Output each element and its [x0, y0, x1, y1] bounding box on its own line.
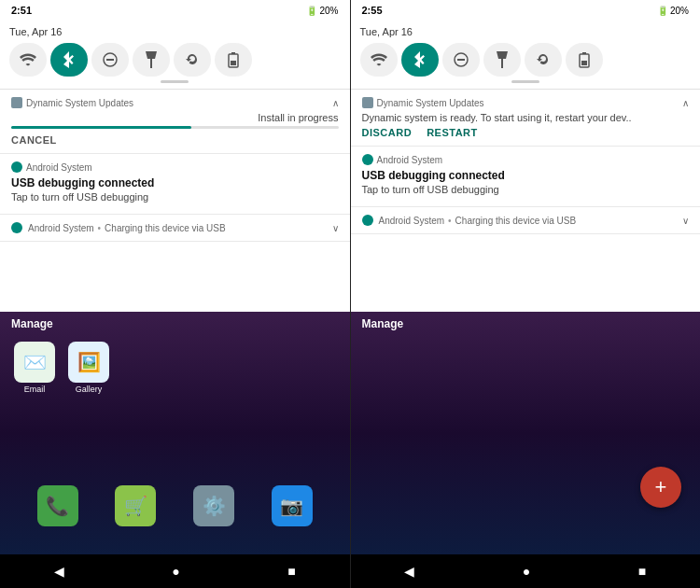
dock-phone[interactable]: 📞: [37, 485, 78, 526]
left-usb-header: Android System: [11, 161, 339, 173]
right-home-btn[interactable]: ●: [523, 564, 530, 579]
right-fab-btn[interactable]: +: [640, 467, 681, 508]
right-dsu-app-icon: [362, 97, 373, 108]
right-dsu-notification[interactable]: Dynamic System Updates ∧ Dynamic system …: [351, 90, 701, 147]
left-app-email[interactable]: ✉️ Email: [11, 342, 58, 394]
left-usb-app-name: Android System: [11, 161, 92, 173]
left-phone-panel: 2:51 🔋 20% Tue, Apr 16: [0, 0, 350, 588]
left-battery: 🔋 20%: [306, 6, 338, 16]
right-dsu-text: Dynamic system is ready. To start using …: [362, 112, 690, 123]
right-usb-title: USB debugging connected: [362, 169, 690, 182]
dock-camera[interactable]: 📷: [272, 485, 313, 526]
qs-wifi-btn[interactable]: [9, 43, 47, 77]
left-back-btn[interactable]: ◀: [54, 564, 64, 579]
gallery-icon[interactable]: 🖼️: [68, 342, 109, 383]
right-usb-app-name: Android System: [362, 154, 443, 165]
right-usb-notification[interactable]: Android System USB debugging connected T…: [351, 147, 701, 207]
left-dsu-header: Dynamic System Updates ∧: [11, 97, 339, 108]
right-manage-label: Manage: [351, 312, 701, 336]
left-dsu-notification[interactable]: Dynamic System Updates ∧ Install in prog…: [0, 90, 350, 154]
right-qs-dnd-btn[interactable]: [442, 43, 480, 77]
right-qs-date-row: Tue, Apr 16: [360, 26, 692, 37]
left-progress-label: Install in progress: [11, 112, 339, 123]
right-dsu-chevron: ∧: [682, 98, 689, 108]
email-label: Email: [24, 385, 46, 394]
qs-flashlight-btn[interactable]: [133, 43, 170, 77]
right-notification-area: Dynamic System Updates ∧ Dynamic system …: [351, 90, 701, 312]
gallery-label: Gallery: [76, 385, 103, 394]
svg-rect-4: [231, 52, 235, 54]
right-back-btn[interactable]: ◀: [404, 564, 414, 579]
charging-app-icon: [11, 222, 22, 233]
left-app-gallery[interactable]: 🖼️ Gallery: [65, 342, 112, 394]
svg-rect-10: [582, 52, 586, 54]
dock-store[interactable]: 🛒: [115, 485, 156, 526]
right-qs-battery-btn[interactable]: [566, 43, 603, 77]
left-usb-title: USB debugging connected: [11, 176, 339, 189]
restart-btn[interactable]: RESTART: [427, 127, 478, 138]
left-charging-content: Android System • Charging this device vi…: [11, 222, 226, 233]
dock-settings[interactable]: ⚙️: [193, 485, 234, 526]
right-charging-app: Android System • Charging this device vi…: [379, 216, 577, 226]
discard-btn[interactable]: DISCARD: [362, 127, 413, 138]
svg-marker-8: [497, 51, 508, 68]
right-battery: 🔋 20%: [657, 6, 689, 16]
right-usb-app-icon: [362, 154, 373, 165]
left-recents-btn[interactable]: ■: [287, 564, 295, 579]
left-dsu-app-name: Dynamic System Updates: [11, 97, 133, 108]
right-qs-handle: [511, 80, 539, 83]
right-date: Tue, Apr 16: [360, 26, 413, 37]
right-qs-bluetooth-btn[interactable]: [401, 43, 439, 77]
left-cancel-action[interactable]: CANCEL: [11, 134, 339, 146]
left-qs-icons-row[interactable]: [9, 43, 341, 77]
email-icon[interactable]: ✉️: [14, 342, 55, 383]
svg-rect-5: [231, 61, 236, 65]
left-dsu-chevron: ∧: [332, 98, 339, 108]
right-status-bar: 2:55 🔋 20%: [351, 0, 701, 21]
right-home-area: Manage +: [351, 312, 701, 554]
right-quick-settings: Tue, Apr 16: [351, 21, 701, 90]
right-qs-wifi-btn[interactable]: [360, 43, 398, 77]
left-date: Tue, Apr 16: [9, 26, 62, 37]
right-charging-notification[interactable]: Android System • Charging this device vi…: [351, 207, 701, 234]
right-usb-text: Tap to turn off USB debugging: [362, 184, 690, 195]
right-phone-panel: 2:55 🔋 20% Tue, Apr 16: [351, 0, 701, 588]
left-qs-date-row: Tue, Apr 16: [9, 26, 341, 37]
left-nav-bar: ◀ ● ■: [0, 554, 350, 588]
left-progress-container: Install in progress: [11, 112, 339, 129]
qs-battery-btn[interactable]: [215, 43, 252, 77]
right-recents-btn[interactable]: ■: [638, 564, 646, 579]
left-charging-notification[interactable]: Android System • Charging this device vi…: [0, 215, 350, 242]
usb-app-icon: [11, 161, 22, 173]
qs-rotate-btn[interactable]: [174, 43, 211, 77]
right-charging-chevron: ∨: [682, 216, 689, 226]
left-qs-handle: [161, 80, 189, 83]
left-status-bar: 2:51 🔋 20%: [0, 0, 350, 21]
svg-rect-11: [581, 61, 587, 65]
right-qs-flashlight-btn[interactable]: [483, 43, 521, 77]
left-manage-label: Manage: [0, 312, 350, 336]
right-battery-icon: 🔋: [657, 6, 668, 16]
left-usb-notification[interactable]: Android System USB debugging connected T…: [0, 154, 350, 215]
left-home-btn[interactable]: ●: [172, 564, 179, 579]
right-usb-header: Android System: [362, 154, 690, 165]
right-qs-icons-row[interactable]: [360, 43, 692, 77]
left-progress-bar-bg: [11, 126, 339, 129]
right-charging-content: Android System • Charging this device vi…: [362, 215, 577, 226]
qs-dnd-btn[interactable]: [91, 43, 129, 77]
left-charging-chevron: ∨: [332, 223, 339, 233]
right-dsu-app-name: Dynamic System Updates: [362, 97, 484, 108]
right-nav-bar: ◀ ● ■: [351, 554, 701, 588]
left-notification-area: Dynamic System Updates ∧ Install in prog…: [0, 90, 350, 312]
qs-bluetooth-btn[interactable]: [50, 43, 88, 77]
left-app-grid: ✉️ Email 🖼️ Gallery: [0, 336, 350, 399]
right-dsu-actions[interactable]: DISCARD RESTART: [362, 127, 690, 138]
left-home-area: Manage ✉️ Email 🖼️ Gallery 📞 🛒 ⚙️ 📷: [0, 312, 350, 554]
svg-marker-2: [146, 51, 157, 68]
dsu-app-icon: [11, 97, 22, 108]
left-dock-row: 📞 🛒 ⚙️ 📷: [0, 485, 350, 526]
left-quick-settings: Tue, Apr 16: [0, 21, 350, 90]
right-qs-rotate-btn[interactable]: [525, 43, 562, 77]
right-time: 2:55: [362, 5, 383, 16]
right-dsu-header: Dynamic System Updates ∧: [362, 97, 690, 108]
